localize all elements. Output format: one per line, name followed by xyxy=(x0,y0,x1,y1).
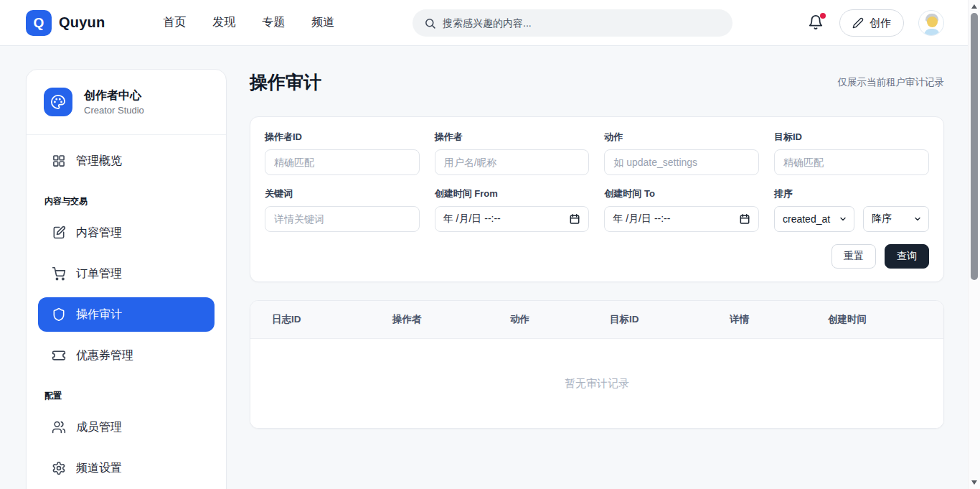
filter-field-created-to: 创建时间 To 年 /月/日 --:-- xyxy=(604,187,759,232)
action-label: 动作 xyxy=(604,131,759,144)
sidebar-section-content-trade: 内容与交易 xyxy=(44,195,208,208)
operator-input[interactable] xyxy=(435,149,590,175)
page-header: 操作审计 仅展示当前租户审计记录 xyxy=(250,70,944,94)
brand-name: Quyun xyxy=(59,14,105,31)
sidebar-section-config: 配置 xyxy=(44,390,208,402)
created-from-label: 创建时间 From xyxy=(435,187,590,200)
target-id-label: 目标ID xyxy=(774,131,929,144)
operator-id-input[interactable] xyxy=(265,149,420,175)
sidebar-menu: 管理概览 内容与交易 内容管理 订单管理 xyxy=(27,135,226,489)
top-navbar: Q Quyun 首页 发现 专题 频道 创作 xyxy=(0,0,980,46)
main-content: 操作审计 仅展示当前租户审计记录 操作者ID 操作者 动作 目标ID 关键 xyxy=(250,69,944,429)
scrollbar-down-arrow-icon[interactable] xyxy=(971,480,977,485)
creator-sidebar: 创作者中心 Creator Studio 管理概览 内容与交易 xyxy=(26,69,227,489)
sidebar-item-coupons[interactable]: 优惠券管理 xyxy=(38,338,215,373)
datetime-from-value: 年 /月/日 --:-- xyxy=(443,213,501,225)
filter-field-operator: 操作者 xyxy=(435,131,590,175)
datetime-to-input[interactable]: 年 /月/日 --:-- xyxy=(604,206,759,232)
sort-field-value: created_at xyxy=(783,213,830,225)
filter-field-target-id: 目标ID xyxy=(774,131,929,175)
sidebar-item-overview[interactable]: 管理概览 xyxy=(38,144,215,178)
reset-button[interactable]: 重置 xyxy=(831,244,876,269)
gear-icon xyxy=(52,461,66,475)
calendar-icon[interactable] xyxy=(569,213,580,225)
search-icon xyxy=(424,17,436,29)
filter-field-created-from: 创建时间 From 年 /月/日 --:-- xyxy=(435,187,590,232)
scrollbar-up-arrow-icon[interactable] xyxy=(971,4,977,9)
nav-link-home[interactable]: 首页 xyxy=(163,15,186,30)
sort-field-select[interactable]: created_at xyxy=(774,206,854,232)
sidebar-item-orders[interactable]: 订单管理 xyxy=(38,256,215,291)
filter-field-action: 动作 xyxy=(604,131,759,175)
avatar-body xyxy=(924,29,940,36)
create-button[interactable]: 创作 xyxy=(839,9,904,37)
chevron-down-icon xyxy=(839,215,847,223)
search-input[interactable] xyxy=(443,17,721,29)
create-button-label: 创作 xyxy=(870,17,891,30)
notifications-button[interactable] xyxy=(808,14,825,32)
audit-table-card: 日志ID 操作者 动作 目标ID 详情 创建时间 暂无审计记录 xyxy=(250,300,944,429)
user-avatar[interactable] xyxy=(918,10,944,36)
sidebar-item-channel-settings[interactable]: 频道设置 xyxy=(38,451,215,485)
avatar-face xyxy=(927,17,938,27)
sort-order-select[interactable]: 降序 xyxy=(863,206,929,232)
users-icon xyxy=(52,420,66,434)
created-to-label: 创建时间 To xyxy=(604,187,759,200)
col-created-at: 创建时间 xyxy=(828,313,943,326)
calendar-icon[interactable] xyxy=(739,213,750,225)
target-id-input[interactable] xyxy=(774,149,929,175)
col-detail: 详情 xyxy=(730,313,828,326)
filter-buttons: 重置 查询 xyxy=(265,244,929,269)
brand-logo-icon: Q xyxy=(26,10,52,36)
operator-label: 操作者 xyxy=(435,131,590,144)
cart-icon xyxy=(52,266,66,281)
sidebar-title: 创作者中心 xyxy=(84,88,144,103)
notification-dot-badge xyxy=(820,13,826,19)
filter-field-operator-id: 操作者ID xyxy=(265,131,420,175)
file-pen-icon xyxy=(52,225,66,240)
col-target-id: 目标ID xyxy=(610,313,730,326)
sidebar-item-content[interactable]: 内容管理 xyxy=(38,215,215,250)
brand[interactable]: Q Quyun xyxy=(26,10,105,36)
col-log-id: 日志ID xyxy=(272,313,392,326)
tenant-note: 仅展示当前租户审计记录 xyxy=(838,76,945,89)
table-header-row: 日志ID 操作者 动作 目标ID 详情 创建时间 xyxy=(250,301,943,339)
datetime-from-input[interactable]: 年 /月/日 --:-- xyxy=(435,206,590,232)
sort-order-value: 降序 xyxy=(872,213,892,225)
sort-controls: created_at 降序 xyxy=(774,206,929,232)
datetime-to-value: 年 /月/日 --:-- xyxy=(613,213,670,225)
filter-field-keyword: 关键词 xyxy=(265,187,420,232)
action-input[interactable] xyxy=(604,149,759,175)
col-operator: 操作者 xyxy=(392,313,510,326)
ticket-icon xyxy=(52,348,66,363)
palette-icon xyxy=(44,88,72,116)
pencil-icon xyxy=(852,17,864,29)
nav-link-discover[interactable]: 发现 xyxy=(212,15,235,30)
page-title: 操作审计 xyxy=(250,70,321,94)
global-search[interactable] xyxy=(413,9,732,37)
scrollbar-thumb[interactable] xyxy=(971,13,978,280)
sidebar-subtitle: Creator Studio xyxy=(84,105,144,116)
query-button[interactable]: 查询 xyxy=(885,244,929,269)
primary-nav: 首页 发现 专题 频道 xyxy=(163,15,334,30)
sidebar-header-text: 创作者中心 Creator Studio xyxy=(84,88,144,116)
grid-icon xyxy=(52,154,66,168)
col-action: 动作 xyxy=(510,313,610,326)
chevron-down-icon xyxy=(913,215,922,223)
sidebar-item-label: 订单管理 xyxy=(76,266,122,281)
operator-id-label: 操作者ID xyxy=(265,131,420,144)
sidebar-item-members[interactable]: 成员管理 xyxy=(38,410,215,444)
sidebar-item-label: 内容管理 xyxy=(76,225,122,241)
keyword-input[interactable] xyxy=(265,206,420,232)
filter-grid: 操作者ID 操作者 动作 目标ID 关键词 创建时间 From xyxy=(265,131,929,232)
nav-link-topics[interactable]: 专题 xyxy=(262,15,285,30)
filter-card: 操作者ID 操作者 动作 目标ID 关键词 创建时间 From xyxy=(250,116,944,282)
keyword-label: 关键词 xyxy=(265,187,420,200)
brand-logo-letter: Q xyxy=(34,15,44,31)
sidebar-item-label: 管理概览 xyxy=(76,154,122,169)
page-scrollbar[interactable] xyxy=(968,0,980,489)
nav-link-channels[interactable]: 频道 xyxy=(311,15,334,30)
shield-icon xyxy=(52,307,66,322)
filter-field-sort: 排序 created_at 降序 xyxy=(774,187,929,232)
sidebar-item-audit[interactable]: 操作审计 xyxy=(38,297,215,332)
